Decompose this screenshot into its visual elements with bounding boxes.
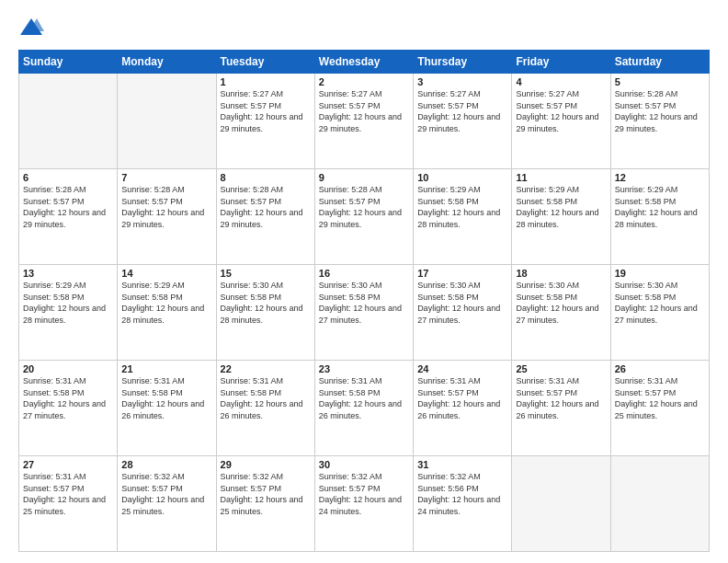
day-info: Sunrise: 5:29 AM Sunset: 5:58 PM Dayligh… [516, 184, 606, 230]
day-number: 10 [417, 172, 507, 183]
day-number: 16 [319, 268, 409, 279]
calendar-week-row: 13Sunrise: 5:29 AM Sunset: 5:58 PM Dayli… [19, 265, 710, 361]
calendar-cell: 6Sunrise: 5:28 AM Sunset: 5:57 PM Daylig… [19, 169, 118, 265]
day-number: 27 [23, 459, 113, 470]
calendar-cell: 5Sunrise: 5:28 AM Sunset: 5:57 PM Daylig… [610, 74, 709, 169]
calendar-cell: 15Sunrise: 5:30 AM Sunset: 5:58 PM Dayli… [216, 265, 314, 361]
day-number: 30 [319, 459, 409, 470]
day-info: Sunrise: 5:30 AM Sunset: 5:58 PM Dayligh… [615, 280, 705, 326]
calendar-week-row: 1Sunrise: 5:27 AM Sunset: 5:57 PM Daylig… [19, 74, 710, 169]
calendar-header-friday: Friday [512, 51, 610, 74]
day-info: Sunrise: 5:32 AM Sunset: 5:57 PM Dayligh… [121, 471, 211, 517]
calendar-cell [19, 74, 118, 169]
day-number: 3 [417, 76, 507, 87]
calendar-cell: 25Sunrise: 5:31 AM Sunset: 5:57 PM Dayli… [512, 361, 610, 456]
day-number: 25 [516, 363, 606, 374]
day-info: Sunrise: 5:27 AM Sunset: 5:57 PM Dayligh… [417, 88, 507, 134]
day-number: 2 [319, 76, 409, 87]
day-info: Sunrise: 5:31 AM Sunset: 5:57 PM Dayligh… [417, 375, 507, 421]
calendar-header-row: SundayMondayTuesdayWednesdayThursdayFrid… [19, 51, 710, 74]
calendar-cell: 9Sunrise: 5:28 AM Sunset: 5:57 PM Daylig… [314, 169, 413, 265]
day-info: Sunrise: 5:32 AM Sunset: 5:56 PM Dayligh… [417, 471, 507, 517]
day-info: Sunrise: 5:31 AM Sunset: 5:58 PM Dayligh… [319, 375, 409, 421]
calendar-cell [512, 456, 610, 552]
calendar-header-tuesday: Tuesday [216, 51, 314, 74]
day-number: 28 [121, 459, 211, 470]
day-number: 11 [516, 172, 606, 183]
day-info: Sunrise: 5:32 AM Sunset: 5:57 PM Dayligh… [221, 471, 311, 517]
day-info: Sunrise: 5:29 AM Sunset: 5:58 PM Dayligh… [121, 280, 211, 326]
day-info: Sunrise: 5:30 AM Sunset: 5:58 PM Dayligh… [319, 280, 409, 326]
calendar-cell [118, 74, 216, 169]
calendar-cell: 26Sunrise: 5:31 AM Sunset: 5:57 PM Dayli… [610, 361, 709, 456]
calendar-cell: 11Sunrise: 5:29 AM Sunset: 5:58 PM Dayli… [512, 169, 610, 265]
day-info: Sunrise: 5:28 AM Sunset: 5:57 PM Dayligh… [23, 184, 113, 230]
day-number: 26 [615, 363, 705, 374]
calendar-header-monday: Monday [118, 51, 216, 74]
calendar-cell: 24Sunrise: 5:31 AM Sunset: 5:57 PM Dayli… [414, 361, 512, 456]
day-info: Sunrise: 5:28 AM Sunset: 5:57 PM Dayligh… [121, 184, 211, 230]
day-info: Sunrise: 5:27 AM Sunset: 5:57 PM Dayligh… [319, 88, 409, 134]
calendar-table: SundayMondayTuesdayWednesdayThursdayFrid… [18, 50, 710, 552]
day-info: Sunrise: 5:32 AM Sunset: 5:57 PM Dayligh… [319, 471, 409, 517]
page: SundayMondayTuesdayWednesdayThursdayFrid… [0, 0, 728, 563]
calendar-cell: 29Sunrise: 5:32 AM Sunset: 5:57 PM Dayli… [216, 456, 314, 552]
day-number: 24 [417, 363, 507, 374]
day-info: Sunrise: 5:31 AM Sunset: 5:58 PM Dayligh… [23, 375, 113, 421]
day-info: Sunrise: 5:31 AM Sunset: 5:58 PM Dayligh… [221, 375, 311, 421]
day-number: 31 [417, 459, 507, 470]
calendar-cell: 28Sunrise: 5:32 AM Sunset: 5:57 PM Dayli… [118, 456, 216, 552]
day-info: Sunrise: 5:31 AM Sunset: 5:57 PM Dayligh… [23, 471, 113, 517]
calendar-cell: 2Sunrise: 5:27 AM Sunset: 5:57 PM Daylig… [314, 74, 413, 169]
day-number: 21 [121, 363, 211, 374]
calendar-cell: 10Sunrise: 5:29 AM Sunset: 5:58 PM Dayli… [414, 169, 512, 265]
calendar-cell: 23Sunrise: 5:31 AM Sunset: 5:58 PM Dayli… [314, 361, 413, 456]
calendar-cell: 3Sunrise: 5:27 AM Sunset: 5:57 PM Daylig… [414, 74, 512, 169]
calendar-cell: 20Sunrise: 5:31 AM Sunset: 5:58 PM Dayli… [19, 361, 118, 456]
logo-icon [18, 15, 44, 40]
day-number: 6 [23, 172, 113, 183]
day-number: 12 [615, 172, 705, 183]
day-info: Sunrise: 5:29 AM Sunset: 5:58 PM Dayligh… [23, 280, 113, 326]
day-number: 8 [221, 172, 311, 183]
calendar-cell: 17Sunrise: 5:30 AM Sunset: 5:58 PM Dayli… [414, 265, 512, 361]
calendar-cell: 31Sunrise: 5:32 AM Sunset: 5:56 PM Dayli… [414, 456, 512, 552]
calendar-cell: 22Sunrise: 5:31 AM Sunset: 5:58 PM Dayli… [216, 361, 314, 456]
day-info: Sunrise: 5:30 AM Sunset: 5:58 PM Dayligh… [516, 280, 606, 326]
day-number: 7 [121, 172, 211, 183]
day-number: 15 [221, 268, 311, 279]
day-number: 13 [23, 268, 113, 279]
calendar-cell: 8Sunrise: 5:28 AM Sunset: 5:57 PM Daylig… [216, 169, 314, 265]
day-info: Sunrise: 5:30 AM Sunset: 5:58 PM Dayligh… [417, 280, 507, 326]
day-number: 23 [319, 363, 409, 374]
calendar-cell: 19Sunrise: 5:30 AM Sunset: 5:58 PM Dayli… [610, 265, 709, 361]
calendar-cell: 4Sunrise: 5:27 AM Sunset: 5:57 PM Daylig… [512, 74, 610, 169]
day-info: Sunrise: 5:27 AM Sunset: 5:57 PM Dayligh… [221, 88, 311, 134]
day-number: 9 [319, 172, 409, 183]
day-number: 14 [121, 268, 211, 279]
day-info: Sunrise: 5:30 AM Sunset: 5:58 PM Dayligh… [221, 280, 311, 326]
calendar-cell: 1Sunrise: 5:27 AM Sunset: 5:57 PM Daylig… [216, 74, 314, 169]
day-number: 19 [615, 268, 705, 279]
day-info: Sunrise: 5:28 AM Sunset: 5:57 PM Dayligh… [319, 184, 409, 230]
day-info: Sunrise: 5:28 AM Sunset: 5:57 PM Dayligh… [221, 184, 311, 230]
day-number: 22 [221, 363, 311, 374]
calendar-header-sunday: Sunday [19, 51, 118, 74]
calendar-cell: 14Sunrise: 5:29 AM Sunset: 5:58 PM Dayli… [118, 265, 216, 361]
day-info: Sunrise: 5:29 AM Sunset: 5:58 PM Dayligh… [615, 184, 705, 230]
calendar-header-thursday: Thursday [414, 51, 512, 74]
calendar-cell: 7Sunrise: 5:28 AM Sunset: 5:57 PM Daylig… [118, 169, 216, 265]
calendar-cell: 16Sunrise: 5:30 AM Sunset: 5:58 PM Dayli… [314, 265, 413, 361]
calendar-header-wednesday: Wednesday [314, 51, 413, 74]
calendar-week-row: 27Sunrise: 5:31 AM Sunset: 5:57 PM Dayli… [19, 456, 710, 552]
calendar-week-row: 6Sunrise: 5:28 AM Sunset: 5:57 PM Daylig… [19, 169, 710, 265]
day-info: Sunrise: 5:31 AM Sunset: 5:57 PM Dayligh… [516, 375, 606, 421]
header [18, 15, 710, 40]
logo [18, 15, 48, 40]
day-number: 17 [417, 268, 507, 279]
day-info: Sunrise: 5:29 AM Sunset: 5:58 PM Dayligh… [417, 184, 507, 230]
calendar-cell: 12Sunrise: 5:29 AM Sunset: 5:58 PM Dayli… [610, 169, 709, 265]
day-info: Sunrise: 5:27 AM Sunset: 5:57 PM Dayligh… [516, 88, 606, 134]
calendar-header-saturday: Saturday [610, 51, 709, 74]
day-number: 29 [221, 459, 311, 470]
